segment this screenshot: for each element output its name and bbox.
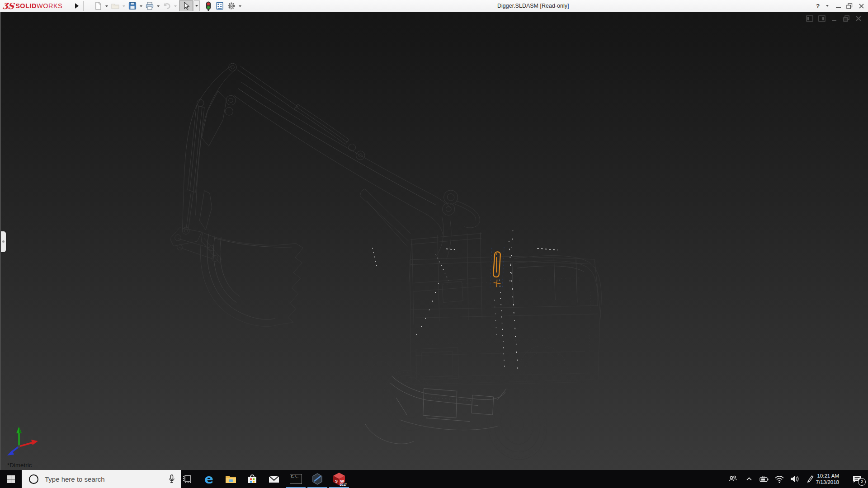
windows-logo-icon: [7, 475, 15, 483]
volume-tray-button[interactable]: [788, 470, 802, 488]
minimize-button[interactable]: [834, 0, 843, 12]
mail-icon: [268, 473, 280, 485]
document-minimize-button[interactable]: [830, 14, 838, 23]
view-orientation-label: *Dimetric: [7, 462, 32, 469]
open-folder-icon: [111, 1, 120, 10]
undo-dropdown[interactable]: [173, 5, 178, 8]
notification-badge: 2: [858, 478, 866, 486]
orientation-triad: [1, 425, 46, 463]
task-view-icon: [181, 473, 193, 485]
close-button[interactable]: [856, 0, 866, 12]
solidworks-window: ƷS SOLIDWORKS: [0, 0, 868, 488]
document-close-icon: [854, 14, 863, 23]
document-restore-button[interactable]: [842, 14, 850, 23]
power-plugged-icon: [759, 474, 769, 484]
splitter-handle-icon: [2, 240, 5, 243]
cmd-prompt-text: C:\_: [291, 475, 299, 479]
close-icon: [859, 3, 864, 9]
solidworks-logo: ƷS SOLIDWORKS: [3, 0, 62, 11]
toolbar-separator: [83, 1, 84, 11]
people-icon: [728, 474, 738, 484]
edrawings-button[interactable]: [307, 470, 328, 488]
rebuild-button[interactable]: [203, 1, 214, 11]
store-button[interactable]: [241, 470, 263, 488]
taskbar-search[interactable]: Type here to search: [22, 470, 181, 488]
feature-manager-collapsed-tab[interactable]: [1, 231, 6, 252]
ds-logo-mark-icon: ƷS: [2, 1, 14, 11]
display-pane-left-toggle[interactable]: [806, 14, 814, 23]
open-dropdown[interactable]: [122, 5, 126, 8]
start-button[interactable]: [0, 470, 22, 488]
document-close-button[interactable]: [854, 14, 863, 23]
wifi-tray-button[interactable]: [772, 470, 787, 488]
wifi-icon: [774, 474, 785, 484]
file-explorer-button[interactable]: [220, 470, 241, 488]
open-button[interactable]: [110, 1, 121, 11]
print-dropdown[interactable]: [156, 5, 160, 8]
power-tray-button[interactable]: [757, 470, 771, 488]
graphics-area[interactable]: *Dimetric: [0, 12, 868, 470]
search-placeholder-text: Type here to search: [45, 475, 168, 483]
clock-date: 7/13/2018: [816, 479, 839, 485]
pane-left-icon: [806, 14, 814, 23]
undo-button[interactable]: [161, 1, 172, 11]
solidworks-taskbar-button[interactable]: S W 2017: [328, 470, 350, 488]
microphone-icon[interactable]: [168, 474, 175, 484]
pen-icon: [805, 474, 815, 484]
command-prompt-button[interactable]: C:\_: [285, 470, 307, 488]
people-tray-button[interactable]: [725, 470, 741, 488]
sw-year-label: 2017: [340, 483, 347, 486]
task-view-button[interactable]: [176, 470, 198, 488]
selected-component-highlight: [493, 252, 501, 287]
options-button[interactable]: [226, 1, 237, 11]
clock-tray-button[interactable]: 10:21 AM 7/13/2018: [814, 470, 842, 488]
minimize-icon: [836, 7, 841, 8]
save-dropdown[interactable]: [139, 5, 143, 8]
brand-light: WORKS: [37, 2, 62, 9]
new-document-dropdown[interactable]: [104, 5, 109, 8]
mail-button[interactable]: [263, 470, 285, 488]
select-tool-button[interactable]: [179, 0, 193, 11]
svg-text:S: S: [335, 479, 338, 483]
file-properties-button[interactable]: [214, 1, 225, 11]
restore-button[interactable]: [844, 0, 854, 12]
document-title: Digger.SLDASM [Read-only]: [497, 3, 569, 9]
help-button[interactable]: ?: [814, 0, 822, 12]
print-button[interactable]: [144, 1, 155, 11]
restore-icon: [846, 3, 853, 9]
help-dropdown[interactable]: [825, 0, 830, 12]
digger-wireframe-model: [1, 12, 868, 470]
options-dropdown[interactable]: [238, 5, 242, 8]
clock-time: 10:21 AM: [817, 473, 839, 479]
expand-arrow-icon: [75, 3, 79, 9]
select-tool-dropdown[interactable]: [193, 0, 200, 11]
options-gear-icon: [227, 1, 236, 10]
solidworks-app-icon: S W 2017: [332, 472, 346, 486]
tray-overflow-button[interactable]: [742, 470, 756, 488]
save-floppy-icon: [128, 1, 137, 10]
new-document-icon: [94, 1, 103, 10]
edge-icon: e: [204, 473, 213, 485]
menu-expand-button[interactable]: [73, 2, 80, 10]
pane-right-icon: [818, 14, 826, 23]
file-explorer-icon: [225, 473, 237, 485]
volume-icon: [789, 474, 800, 484]
edge-browser-button[interactable]: e: [198, 470, 220, 488]
file-properties-icon: [215, 1, 224, 10]
rebuild-traffic-light-icon: [204, 1, 212, 11]
display-pane-right-toggle[interactable]: [818, 14, 826, 23]
document-window-controls: [806, 14, 863, 23]
select-cursor-icon: [182, 1, 191, 10]
document-restore-icon: [842, 14, 850, 23]
new-document-button[interactable]: [93, 1, 104, 11]
solidworks-brand-text: SOLIDWORKS: [15, 2, 62, 9]
chevron-up-icon: [745, 475, 753, 483]
action-center-button[interactable]: 2: [848, 470, 866, 488]
brand-bold: SOLID: [15, 2, 37, 9]
cortana-icon: [29, 474, 38, 484]
title-toolbar: ƷS SOLIDWORKS: [0, 0, 868, 12]
print-icon: [145, 1, 154, 10]
edrawings-hexagon-icon: [311, 473, 324, 485]
save-button[interactable]: [127, 1, 138, 11]
windows-taskbar: Type here to search e: [0, 470, 868, 488]
